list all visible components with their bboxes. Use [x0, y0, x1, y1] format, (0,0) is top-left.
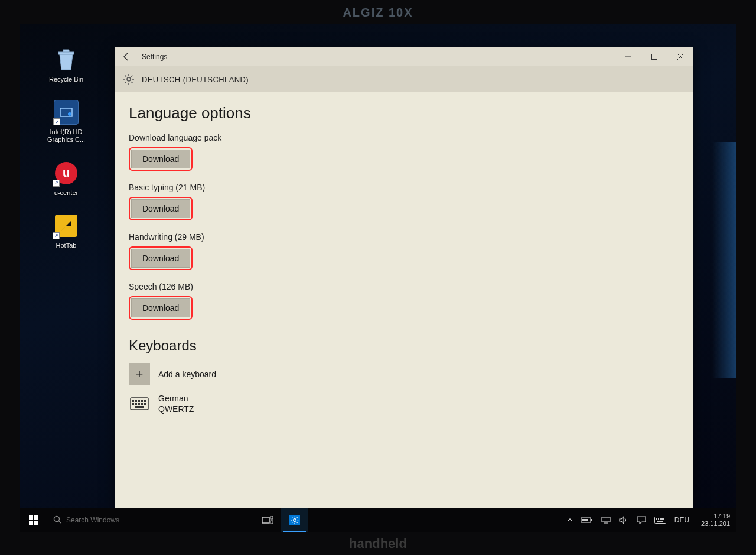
svg-rect-46 [602, 517, 610, 522]
svg-rect-19 [132, 403, 134, 405]
svg-point-34 [294, 519, 296, 522]
svg-rect-31 [262, 517, 269, 523]
window-title: Settings [138, 53, 167, 61]
svg-point-29 [54, 516, 60, 521]
taskbar: Search Windows [20, 508, 736, 532]
option-handwriting: Handwriting (29 MB) Download [129, 232, 679, 270]
svg-line-40 [297, 522, 298, 523]
screen: Recycle Bin ↗ Intel(R) HD Graphics C... … [20, 24, 736, 532]
svg-rect-52 [662, 518, 663, 520]
svg-point-4 [127, 77, 131, 81]
tray-language-indicator[interactable]: DEU [674, 516, 689, 524]
taskbar-search[interactable]: Search Windows [47, 515, 165, 525]
tray-time: 17:19 [701, 512, 730, 520]
back-button[interactable] [115, 47, 138, 66]
svg-rect-44 [591, 519, 592, 521]
svg-rect-15 [135, 400, 137, 402]
svg-rect-51 [660, 518, 661, 520]
hottab-icon: ↗ [54, 213, 79, 238]
keyboard-icon [129, 395, 150, 412]
maximize-button[interactable] [641, 47, 667, 66]
section-title-language-options: Language options [129, 104, 679, 122]
desktop-icons-area: Recycle Bin ↗ Intel(R) HD Graphics C... … [31, 47, 102, 249]
u-center-icon: u ↗ [54, 161, 79, 186]
highlight-annotation: Download [129, 147, 193, 171]
window-content: Language options Download language pack … [115, 92, 693, 508]
svg-line-12 [131, 76, 132, 77]
device-brand-top: ALGIZ 10X [0, 6, 756, 20]
svg-rect-49 [656, 518, 657, 520]
svg-rect-32 [271, 516, 273, 519]
desktop-icon-label: Intel(R) HD Graphics C... [47, 128, 85, 144]
intel-hd-icon: ↗ [54, 100, 79, 125]
window-titlebar: Settings [115, 47, 693, 66]
svg-rect-27 [29, 521, 33, 525]
svg-rect-18 [144, 400, 146, 402]
download-button-language-pack[interactable]: Download [131, 150, 190, 168]
keyboard-item-label: German QWERTZ [158, 393, 194, 414]
tray-show-hidden-icon[interactable] [567, 517, 573, 523]
desktop-icon-label: Recycle Bin [49, 76, 83, 83]
keyboard-item-german-qwertz[interactable]: German QWERTZ [129, 393, 679, 414]
add-keyboard-button[interactable]: + Add a keyboard [129, 363, 679, 385]
tray-network-icon[interactable] [601, 516, 611, 524]
svg-point-1 [68, 112, 71, 116]
option-label: Basic typing (21 MB) [129, 183, 679, 192]
svg-rect-25 [29, 515, 33, 520]
option-label: Download language pack [129, 133, 679, 142]
taskbar-app-taskview[interactable] [254, 508, 281, 532]
tray-keyboard-icon[interactable] [654, 517, 666, 524]
shortcut-arrow-icon: ↗ [53, 232, 60, 239]
tray-action-center-icon[interactable] [637, 516, 646, 524]
taskbar-app-settings[interactable] [281, 508, 308, 532]
option-language-pack: Download language pack Download [129, 133, 679, 171]
search-placeholder: Search Windows [66, 516, 119, 524]
desktop-icon-label: u-center [54, 189, 78, 197]
plus-icon: + [129, 363, 150, 385]
highlight-annotation: Download [129, 246, 193, 270]
recycle-bin-icon [54, 47, 79, 72]
settings-window: Settings DEUTSCH (DEUTSCHLAND) Language … [115, 47, 693, 508]
download-button-basic-typing[interactable]: Download [131, 199, 190, 218]
svg-rect-54 [657, 521, 663, 522]
svg-line-39 [292, 517, 292, 518]
tray-battery-icon[interactable] [581, 517, 593, 524]
option-label: Speech (126 MB) [129, 282, 679, 291]
svg-line-42 [297, 517, 298, 518]
wallpaper-glow [712, 142, 736, 378]
svg-rect-16 [138, 400, 140, 402]
svg-rect-24 [135, 406, 144, 408]
page-header-text: DEUTSCH (DEUTSCHLAND) [142, 75, 249, 84]
svg-line-10 [131, 82, 132, 83]
desktop-icon-hottab[interactable]: ↗ HotTab [31, 213, 102, 249]
download-button-speech[interactable]: Download [131, 298, 190, 317]
svg-rect-53 [663, 518, 664, 520]
svg-line-11 [125, 82, 126, 83]
device-brand-bottom: handheld [0, 536, 756, 551]
svg-rect-48 [654, 517, 666, 524]
minimize-button[interactable] [615, 47, 641, 66]
tray-volume-icon[interactable] [619, 516, 628, 524]
tray-clock[interactable]: 17:19 23.11.201 [698, 512, 734, 528]
svg-rect-20 [135, 403, 137, 405]
gear-icon [123, 73, 135, 85]
search-icon [53, 515, 61, 525]
svg-rect-23 [144, 403, 146, 405]
desktop-icon-u-center[interactable]: u ↗ u-center [31, 161, 102, 197]
start-button[interactable] [20, 508, 47, 532]
close-button[interactable] [667, 47, 693, 66]
svg-rect-50 [658, 518, 659, 520]
download-button-handwriting[interactable]: Download [131, 249, 190, 268]
option-speech: Speech (126 MB) Download [129, 282, 679, 320]
svg-rect-45 [582, 519, 588, 521]
highlight-annotation: Download [129, 197, 193, 220]
desktop-icon-recycle-bin[interactable]: Recycle Bin [31, 47, 102, 83]
svg-rect-33 [271, 521, 273, 524]
shortcut-arrow-icon: ↗ [53, 118, 60, 125]
svg-line-9 [125, 76, 126, 77]
add-keyboard-label: Add a keyboard [158, 369, 216, 379]
tray-date: 23.11.201 [701, 520, 730, 528]
svg-rect-28 [34, 521, 38, 525]
shortcut-arrow-icon: ↗ [53, 180, 60, 187]
desktop-icon-intel-hd[interactable]: ↗ Intel(R) HD Graphics C... [31, 100, 102, 144]
